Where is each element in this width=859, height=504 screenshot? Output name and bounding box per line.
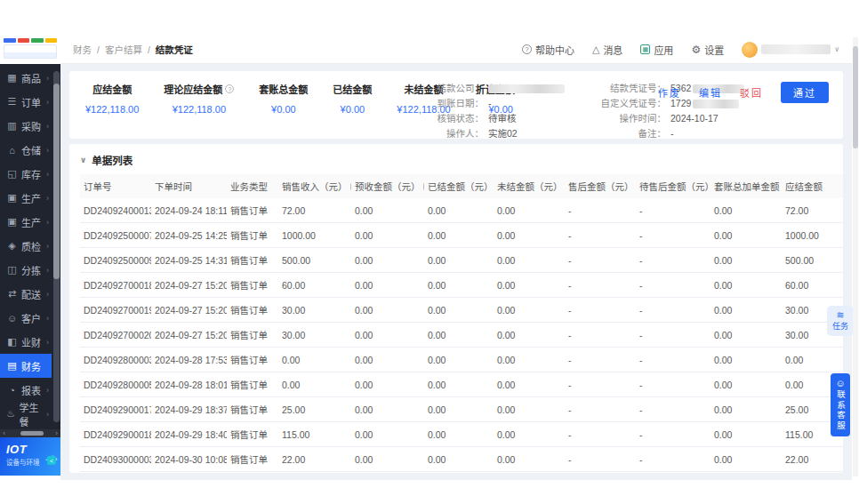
info-icon[interactable]: ? <box>225 84 234 93</box>
iot-banner[interactable]: IOT 设备与环境 ☁ < <box>0 437 60 476</box>
cell-订单号: DD24092500009 <box>80 248 151 273</box>
help-icon: ? <box>522 44 532 54</box>
sidebar-item-生产[interactable]: ▣生产› <box>0 186 52 210</box>
settings-label: 设置 <box>704 43 724 57</box>
messages-button[interactable]: △ 消息 <box>592 43 622 57</box>
column-header-销售收入（元）: 销售收入（元）? <box>278 174 351 198</box>
sidebar-item-财务[interactable]: ▤财务› <box>0 354 52 378</box>
cell-预收金额（元）: 0.00 <box>351 223 424 248</box>
sidebar-item-采购[interactable]: ▥采购› <box>0 114 52 138</box>
column-header-label: 已结金额（元） <box>428 180 494 193</box>
collapse-icon[interactable]: ∨ <box>80 156 86 164</box>
sidebar-item-配送[interactable]: ⇄配送› <box>0 282 52 306</box>
info-label: 操作人： <box>427 128 484 140</box>
sidebar-item-报表[interactable]: ◔报表› <box>0 378 52 402</box>
info-label: 到账日期： <box>427 98 484 109</box>
stat-label: 理论应结金额? <box>164 82 234 96</box>
caret-right-icon: › <box>46 146 52 155</box>
info-value: 2024-10-17 <box>670 113 719 124</box>
cell-订单号: DD24092400013 <box>80 198 151 223</box>
cell-套账总加单金额: 0.00 <box>710 397 782 422</box>
approve-button[interactable]: 通过 <box>781 82 829 103</box>
仓储-icon: ⌂ <box>6 145 18 156</box>
logo-bar-red <box>18 38 30 43</box>
caret-right-icon: › <box>46 98 52 107</box>
cell-预收金额（元）: 0.00 <box>351 273 424 298</box>
cell-待售后金额（元）: - <box>636 397 710 422</box>
void-button[interactable]: 作废 <box>658 85 681 100</box>
caret-right-icon: › <box>46 386 52 395</box>
caret-right-icon: › <box>46 266 52 275</box>
cell-预收金额（元）: 0.00 <box>351 422 424 447</box>
info-label: 操作时间： <box>588 113 666 124</box>
stat-value: ¥122,118.00 <box>164 104 234 115</box>
cell-业务类型: 销售订单 <box>227 323 278 348</box>
cell-未结金额（元）: 0.00 <box>494 397 565 422</box>
task-float-button[interactable]: ≋ 任务 <box>827 306 854 336</box>
sidebar-item-业财[interactable]: ◧业财› <box>0 330 52 354</box>
info-icon[interactable]: ? <box>350 182 352 191</box>
user-menu[interactable]: ∨ <box>742 42 839 58</box>
help-center-button[interactable]: ? 帮助中心 <box>522 43 574 57</box>
sidebar-scrollbar[interactable] <box>53 71 60 422</box>
cell-套账总加单金额: 0.00 <box>710 298 782 323</box>
settings-button[interactable]: ⚙ 设置 <box>691 43 724 57</box>
column-header-cell: 套账总加单金额? <box>714 180 778 193</box>
sidebar-item-质检[interactable]: ◈质检› <box>0 234 52 258</box>
cell-预收金额（元）: 0.00 <box>351 323 424 348</box>
table-row: DD240925000072024-09-25 14:25销售订单1000.00… <box>80 223 843 248</box>
sidebar-item-库存[interactable]: ◱库存› <box>0 162 52 186</box>
reject-button[interactable]: 驳回 <box>740 85 763 100</box>
main-scrollbar[interactable] <box>853 37 858 476</box>
bell-icon: △ <box>592 44 599 55</box>
column-header-下单时间: 下单时间 <box>151 174 227 198</box>
sidebar-item-分拣[interactable]: ◫分拣› <box>0 258 52 282</box>
contact-support-button[interactable]: ☺ 联系客服 <box>831 373 850 436</box>
breadcrumb-customer-settlement[interactable]: 客户结算 <box>105 43 142 56</box>
horizontal-scroll-thumb[interactable] <box>20 431 44 436</box>
logo-mini-window <box>4 44 57 59</box>
cell-订单号: DD24092700020 <box>80 323 151 348</box>
caret-right-icon: › <box>46 74 52 83</box>
sidebar-menu: ▦商品›☰订单›▥采购›⌂仓储›◱库存›▣生产›▣生产›◈质检›◫分拣›⇄配送›… <box>0 66 52 429</box>
cell-下单时间: 2024-09-27 15:20 <box>151 298 227 323</box>
column-header-label: 售后金额（元） <box>568 180 634 193</box>
cell-已结金额（元）: 0.00 <box>424 397 494 422</box>
table-row: DD240930000032024-09-30 10:08销售订单22.000.… <box>80 447 843 472</box>
breadcrumb-separator: / <box>97 44 100 55</box>
main-scrollbar-thumb[interactable] <box>853 46 858 148</box>
column-header-业务类型: 业务类型 <box>227 174 278 198</box>
cell-应结金额: 1000.00 <box>782 223 843 248</box>
sidebar-item-商品[interactable]: ▦商品› <box>0 66 52 90</box>
cell-未结金额（元）: 0.00 <box>494 298 565 323</box>
column-header-未结金额（元）: 未结金额（元）? <box>494 174 565 198</box>
sidebar-scrollbar-thumb[interactable] <box>53 84 60 279</box>
cell-业务类型: 销售订单 <box>227 248 278 273</box>
采购-icon: ▥ <box>6 120 18 132</box>
cell-订单号: DD24092500007 <box>80 223 151 248</box>
cell-预收金额（元）: 0.00 <box>351 372 424 397</box>
app-header: 财务 / 客户结算 / 结款凭证 ? 帮助中心 △ 消息 ▦ 应用 ⚙ 设置 ∨ <box>60 36 852 64</box>
column-header-label: 销售收入（元） <box>282 180 348 193</box>
sidebar-item-客户[interactable]: ☺客户› <box>0 306 52 330</box>
sidebar-item-生产[interactable]: ▣生产› <box>0 210 52 234</box>
stat-label-text: 套账总金额 <box>259 82 308 96</box>
stat-应结金额: 应结金额¥122,118.00 <box>85 82 139 115</box>
cell-订单号: DD24092700018 <box>80 273 151 298</box>
cell-业务类型: 销售订单 <box>227 298 278 323</box>
sidebar-item-label: 报表 <box>21 383 41 397</box>
caret-right-icon: › <box>46 314 52 323</box>
info-value-text: 实施02 <box>488 128 518 140</box>
stat-label: 已结金额 <box>333 82 372 96</box>
cell-已结金额（元）: 0.00 <box>424 372 494 397</box>
cell-已结金额（元）: 0.00 <box>424 472 494 474</box>
sidebar-item-订单[interactable]: ☰订单› <box>0 90 52 114</box>
breadcrumb-finance[interactable]: 财务 <box>73 43 92 56</box>
apps-button[interactable]: ▦ 应用 <box>640 43 673 57</box>
edit-button[interactable]: 编辑 <box>699 85 722 100</box>
sidebar-item-仓储[interactable]: ⌂仓储› <box>0 138 52 162</box>
scroll-right-icon[interactable]: › <box>52 429 60 437</box>
sidebar-item-学生餐[interactable]: ♨学生餐› <box>0 402 52 426</box>
scroll-left-icon[interactable]: ‹ <box>0 429 8 437</box>
info-icon[interactable]: ? <box>423 182 425 191</box>
